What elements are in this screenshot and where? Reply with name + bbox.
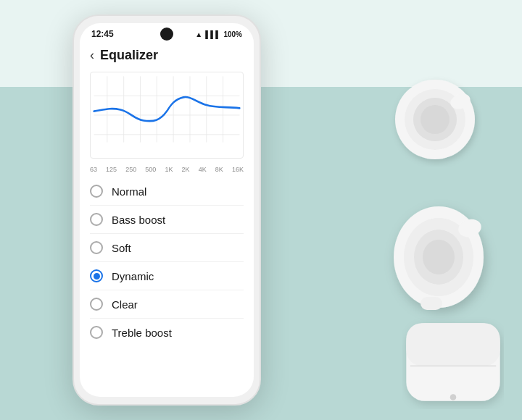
status-bar: 12:45 ▲ ▌▌▌ 100% [80, 23, 254, 42]
option-normal[interactable]: Normal [80, 177, 254, 205]
battery-label: 100% [223, 30, 242, 38]
radio-soft [90, 241, 103, 254]
option-dynamic[interactable]: Dynamic [80, 262, 254, 290]
label-bass-boost: Bass boost [112, 214, 165, 226]
eq-label-63: 63 [90, 166, 97, 173]
eq-label-4k: 4K [199, 166, 207, 173]
option-bass-boost[interactable]: Bass boost [80, 206, 254, 233]
eq-label-8k: 8K [215, 166, 223, 173]
label-clear: Clear [112, 298, 138, 311]
radio-clear [90, 298, 103, 311]
eq-label-1k: 1K [165, 166, 173, 173]
label-dynamic: Dynamic [112, 270, 154, 282]
charging-case [402, 315, 504, 409]
eq-label-125: 125 [106, 166, 117, 173]
eq-label-2k: 2K [182, 166, 190, 173]
svg-point-24 [450, 394, 457, 400]
page-title: Equalizer [100, 48, 158, 63]
phone-screen: 12:45 ▲ ▌▌▌ 100% ‹ Equalizer [80, 23, 254, 397]
app-header: ‹ Equalizer [80, 42, 254, 67]
scene: 12:45 ▲ ▌▌▌ 100% ‹ Equalizer [0, 0, 522, 420]
svg-point-19 [423, 240, 455, 274]
wifi-icon: ▲ [195, 30, 202, 38]
earbud-front [384, 196, 500, 326]
signal-icon: ▌▌▌ [205, 30, 220, 38]
radio-treble-boost [90, 326, 103, 339]
status-time: 12:45 [91, 29, 114, 39]
eq-chart [90, 72, 244, 159]
svg-rect-21 [420, 297, 442, 310]
eq-options: Normal Bass boost Soft Dynami [80, 177, 254, 346]
eq-chart-svg [91, 72, 243, 158]
radio-bass-boost [90, 213, 103, 226]
option-treble-boost[interactable]: Treble boost [80, 319, 254, 346]
radio-normal [90, 185, 103, 198]
option-soft[interactable]: Soft [80, 234, 254, 261]
notch [160, 28, 173, 41]
label-soft: Soft [112, 242, 131, 254]
eq-label-500: 500 [145, 166, 156, 173]
radio-dynamic [90, 269, 103, 282]
option-clear[interactable]: Clear [80, 290, 254, 318]
svg-rect-23 [406, 323, 500, 366]
back-button[interactable]: ‹ [90, 48, 94, 63]
eq-label-250: 250 [125, 166, 136, 173]
label-normal: Normal [112, 185, 146, 198]
radio-dynamic-fill [94, 273, 100, 280]
phone: 12:45 ▲ ▌▌▌ 100% ‹ Equalizer [72, 14, 261, 406]
earbud-right [388, 72, 482, 167]
eq-label-16k: 16K [232, 166, 244, 173]
label-treble-boost: Treble boost [112, 327, 172, 339]
status-icons: ▲ ▌▌▌ 100% [195, 30, 242, 38]
eq-labels: 63 125 250 500 1K 2K 4K 8K 16K [80, 164, 254, 173]
svg-point-14 [420, 105, 450, 134]
